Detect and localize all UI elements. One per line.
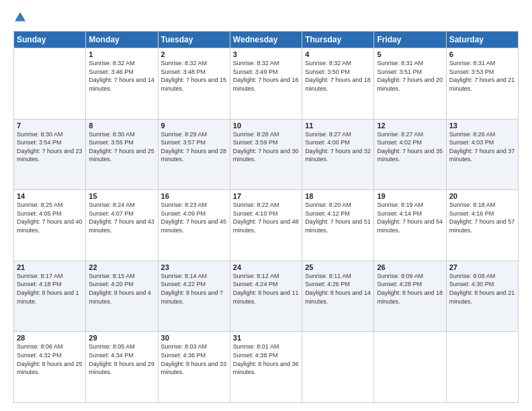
calendar-cell: 11Sunrise: 8:27 AMSunset: 4:00 PMDayligh…	[302, 119, 374, 190]
day-info: Sunrise: 8:18 AMSunset: 4:16 PMDaylight:…	[449, 201, 515, 234]
calendar-cell	[446, 332, 518, 403]
day-number: 24	[233, 263, 299, 271]
calendar-cell: 18Sunrise: 8:20 AMSunset: 4:12 PMDayligh…	[302, 190, 374, 261]
day-info: Sunrise: 8:27 AMSunset: 4:00 PMDaylight:…	[305, 130, 371, 164]
day-number: 3	[233, 50, 299, 58]
day-info: Sunrise: 8:22 AMSunset: 4:10 PMDaylight:…	[233, 201, 299, 234]
day-info: Sunrise: 8:03 AMSunset: 4:36 PMDaylight:…	[161, 342, 227, 376]
day-number: 13	[449, 122, 515, 130]
weekday-header-wednesday: Wednesday	[230, 32, 302, 48]
day-number: 2	[161, 50, 227, 58]
day-info: Sunrise: 8:12 AMSunset: 4:24 PMDaylight:…	[233, 272, 299, 306]
day-number: 15	[89, 192, 154, 200]
weekday-header-thursday: Thursday	[302, 32, 374, 48]
weekday-header-friday: Friday	[374, 32, 446, 48]
calendar-cell: 13Sunrise: 8:26 AMSunset: 4:03 PMDayligh…	[446, 119, 518, 190]
calendar-cell: 1Sunrise: 8:32 AMSunset: 3:46 PMDaylight…	[86, 48, 158, 120]
day-info: Sunrise: 8:25 AMSunset: 4:05 PMDaylight:…	[17, 201, 83, 234]
calendar-cell: 3Sunrise: 8:32 AMSunset: 3:49 PMDaylight…	[230, 48, 302, 120]
day-number: 19	[377, 192, 443, 200]
weekday-header-tuesday: Tuesday	[158, 32, 230, 48]
calendar-cell: 12Sunrise: 8:27 AMSunset: 4:02 PMDayligh…	[374, 119, 446, 190]
day-info: Sunrise: 8:09 AMSunset: 4:28 PMDaylight:…	[377, 272, 443, 306]
day-info: Sunrise: 8:14 AMSunset: 4:22 PMDaylight:…	[161, 272, 227, 306]
calendar-cell: 31Sunrise: 8:01 AMSunset: 4:38 PMDayligh…	[230, 332, 302, 403]
day-number: 30	[161, 334, 227, 342]
day-number: 7	[17, 122, 83, 130]
day-number: 6	[449, 50, 515, 58]
day-info: Sunrise: 8:19 AMSunset: 4:14 PMDaylight:…	[377, 201, 443, 234]
calendar-cell: 22Sunrise: 8:15 AMSunset: 4:20 PMDayligh…	[86, 261, 158, 332]
day-number: 16	[161, 192, 227, 200]
weekday-header-sunday: Sunday	[14, 32, 86, 48]
day-number: 18	[305, 192, 371, 200]
calendar-cell	[14, 48, 86, 120]
calendar-cell: 10Sunrise: 8:28 AMSunset: 3:59 PMDayligh…	[230, 119, 302, 190]
day-info: Sunrise: 8:26 AMSunset: 4:03 PMDaylight:…	[449, 130, 515, 164]
day-info: Sunrise: 8:05 AMSunset: 4:34 PMDaylight:…	[89, 342, 154, 376]
calendar-cell	[374, 332, 446, 403]
day-number: 27	[449, 263, 515, 271]
calendar-cell: 5Sunrise: 8:31 AMSunset: 3:51 PMDaylight…	[374, 48, 446, 120]
day-number: 22	[89, 263, 154, 271]
page-header	[13, 11, 519, 24]
day-number: 4	[305, 50, 371, 58]
day-number: 21	[17, 263, 83, 271]
calendar-cell: 28Sunrise: 8:06 AMSunset: 4:32 PMDayligh…	[14, 332, 86, 403]
day-info: Sunrise: 8:32 AMSunset: 3:49 PMDaylight:…	[233, 59, 299, 93]
day-info: Sunrise: 8:28 AMSunset: 3:59 PMDaylight:…	[233, 130, 299, 164]
weekday-header-monday: Monday	[86, 32, 158, 48]
day-info: Sunrise: 8:01 AMSunset: 4:38 PMDaylight:…	[233, 342, 299, 376]
calendar-cell: 2Sunrise: 8:32 AMSunset: 3:48 PMDaylight…	[158, 48, 230, 120]
calendar-cell: 7Sunrise: 8:30 AMSunset: 3:54 PMDaylight…	[14, 119, 86, 190]
calendar-cell: 20Sunrise: 8:18 AMSunset: 4:16 PMDayligh…	[446, 190, 518, 261]
calendar-page: SundayMondayTuesdayWednesdayThursdayFrid…	[0, 0, 532, 411]
day-number: 20	[449, 192, 515, 200]
day-info: Sunrise: 8:31 AMSunset: 3:53 PMDaylight:…	[449, 59, 515, 93]
calendar-cell: 29Sunrise: 8:05 AMSunset: 4:34 PMDayligh…	[86, 332, 158, 403]
day-info: Sunrise: 8:23 AMSunset: 4:09 PMDaylight:…	[161, 201, 227, 234]
day-info: Sunrise: 8:32 AMSunset: 3:48 PMDaylight:…	[161, 59, 227, 93]
calendar-cell: 30Sunrise: 8:03 AMSunset: 4:36 PMDayligh…	[158, 332, 230, 403]
day-info: Sunrise: 8:20 AMSunset: 4:12 PMDaylight:…	[305, 201, 371, 234]
calendar-cell: 23Sunrise: 8:14 AMSunset: 4:22 PMDayligh…	[158, 261, 230, 332]
day-info: Sunrise: 8:32 AMSunset: 3:46 PMDaylight:…	[89, 59, 154, 93]
calendar-table: SundayMondayTuesdayWednesdayThursdayFrid…	[13, 31, 519, 403]
day-info: Sunrise: 8:27 AMSunset: 4:02 PMDaylight:…	[377, 130, 443, 164]
calendar-cell: 27Sunrise: 8:08 AMSunset: 4:30 PMDayligh…	[446, 261, 518, 332]
calendar-cell: 14Sunrise: 8:25 AMSunset: 4:05 PMDayligh…	[14, 190, 86, 261]
calendar-cell: 6Sunrise: 8:31 AMSunset: 3:53 PMDaylight…	[446, 48, 518, 120]
day-number: 28	[17, 334, 83, 342]
calendar-cell: 9Sunrise: 8:29 AMSunset: 3:57 PMDaylight…	[158, 119, 230, 190]
day-info: Sunrise: 8:15 AMSunset: 4:20 PMDaylight:…	[89, 272, 154, 306]
calendar-cell: 8Sunrise: 8:30 AMSunset: 3:55 PMDaylight…	[86, 119, 158, 190]
day-number: 25	[305, 263, 371, 271]
calendar-cell: 25Sunrise: 8:11 AMSunset: 4:26 PMDayligh…	[302, 261, 374, 332]
day-info: Sunrise: 8:32 AMSunset: 3:50 PMDaylight:…	[305, 59, 371, 93]
calendar-cell: 16Sunrise: 8:23 AMSunset: 4:09 PMDayligh…	[158, 190, 230, 261]
day-number: 14	[17, 192, 83, 200]
day-number: 1	[89, 50, 154, 58]
day-info: Sunrise: 8:24 AMSunset: 4:07 PMDaylight:…	[89, 201, 154, 234]
weekday-header-saturday: Saturday	[446, 32, 518, 48]
day-info: Sunrise: 8:06 AMSunset: 4:32 PMDaylight:…	[17, 342, 83, 376]
day-info: Sunrise: 8:08 AMSunset: 4:30 PMDaylight:…	[449, 272, 515, 306]
day-number: 26	[377, 263, 443, 271]
day-number: 10	[233, 122, 299, 130]
calendar-cell: 24Sunrise: 8:12 AMSunset: 4:24 PMDayligh…	[230, 261, 302, 332]
day-number: 11	[305, 122, 371, 130]
day-info: Sunrise: 8:31 AMSunset: 3:51 PMDaylight:…	[377, 59, 443, 93]
day-info: Sunrise: 8:29 AMSunset: 3:57 PMDaylight:…	[161, 130, 227, 164]
calendar-cell: 19Sunrise: 8:19 AMSunset: 4:14 PMDayligh…	[374, 190, 446, 261]
calendar-cell: 17Sunrise: 8:22 AMSunset: 4:10 PMDayligh…	[230, 190, 302, 261]
calendar-cell: 15Sunrise: 8:24 AMSunset: 4:07 PMDayligh…	[86, 190, 158, 261]
day-info: Sunrise: 8:17 AMSunset: 4:18 PMDaylight:…	[17, 272, 83, 306]
day-info: Sunrise: 8:11 AMSunset: 4:26 PMDaylight:…	[305, 272, 371, 306]
calendar-cell: 21Sunrise: 8:17 AMSunset: 4:18 PMDayligh…	[14, 261, 86, 332]
day-number: 17	[233, 192, 299, 200]
day-number: 23	[161, 263, 227, 271]
day-number: 8	[89, 122, 154, 130]
calendar-cell: 4Sunrise: 8:32 AMSunset: 3:50 PMDaylight…	[302, 48, 374, 120]
day-number: 29	[89, 334, 154, 342]
logo	[13, 11, 28, 24]
